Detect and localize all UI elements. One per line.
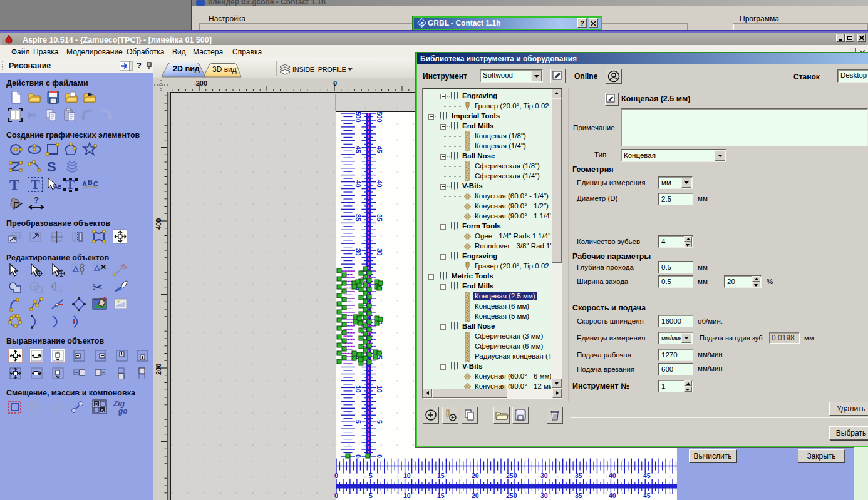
svg-text:S: S — [47, 160, 56, 173]
svg-text:0: 0 — [334, 472, 338, 479]
svg-text:✄: ✄ — [28, 110, 36, 121]
svg-text:30: 30 — [540, 492, 548, 499]
svg-text:35: 35 — [575, 472, 582, 479]
svg-text:0: 0 — [354, 454, 362, 458]
svg-text:B: B — [88, 180, 93, 186]
svg-text:250: 250 — [506, 472, 517, 479]
svg-text:20: 20 — [472, 472, 479, 479]
svg-text:20: 20 — [472, 492, 479, 499]
svg-text:A: A — [101, 408, 104, 412]
svg-text:0: 0 — [376, 454, 383, 458]
svg-text:go: go — [118, 407, 128, 416]
svg-text:200: 200 — [155, 364, 162, 375]
svg-text:45: 45 — [376, 146, 383, 153]
svg-text:15: 15 — [437, 492, 445, 499]
svg-text:AB: AB — [54, 184, 61, 190]
svg-text:30: 30 — [354, 248, 362, 256]
svg-text:5: 5 — [354, 420, 362, 424]
svg-text:45: 45 — [643, 472, 651, 479]
svg-text:5: 5 — [369, 472, 373, 479]
svg-text:40: 40 — [609, 492, 616, 499]
svg-text:45: 45 — [354, 146, 362, 153]
svg-text:35: 35 — [575, 492, 582, 499]
svg-text:5: 5 — [369, 492, 373, 499]
svg-text:40: 40 — [376, 180, 383, 188]
svg-text:10: 10 — [376, 385, 383, 393]
svg-text:250: 250 — [506, 492, 517, 499]
svg-text:10: 10 — [354, 385, 362, 393]
svg-text:C: C — [95, 402, 98, 406]
svg-text:✂: ✂ — [92, 280, 103, 294]
svg-text:?: ? — [34, 195, 39, 205]
svg-text:400: 400 — [155, 218, 162, 230]
svg-text:15: 15 — [437, 472, 445, 479]
svg-text:45: 45 — [643, 492, 651, 499]
svg-text:40: 40 — [354, 180, 362, 188]
svg-text:35: 35 — [376, 214, 383, 222]
svg-text:500: 500 — [376, 111, 383, 123]
svg-text:35: 35 — [354, 214, 362, 222]
svg-text:500: 500 — [354, 111, 362, 123]
svg-text:30: 30 — [540, 472, 548, 479]
svg-text:0: 0 — [334, 492, 338, 499]
svg-text:5: 5 — [376, 420, 383, 424]
svg-text:✕: ✕ — [100, 263, 106, 272]
svg-text:10: 10 — [403, 472, 411, 479]
svg-text:40: 40 — [609, 472, 616, 479]
svg-text:30: 30 — [376, 248, 383, 256]
svg-text:10: 10 — [403, 492, 411, 499]
